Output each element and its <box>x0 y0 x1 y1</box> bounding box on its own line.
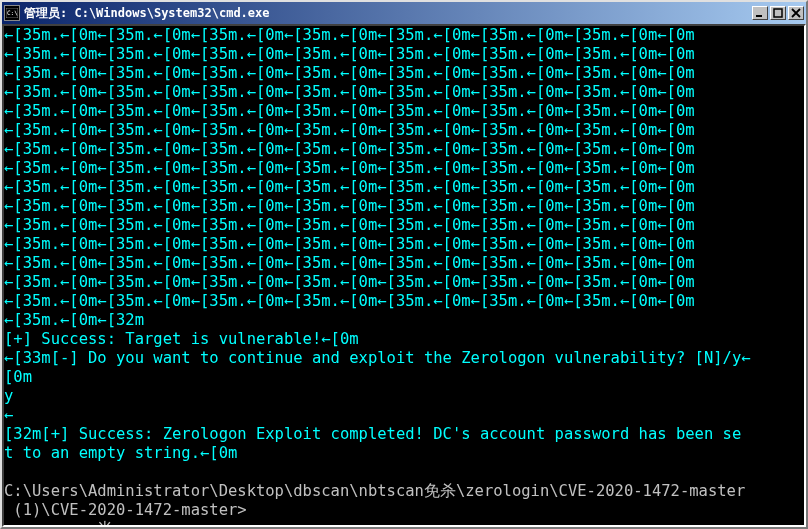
console-line: y <box>4 387 751 406</box>
console-line: ←[35m.←[0m←[35m.←[0m←[35m.←[0m←[35m.←[0m… <box>4 64 751 83</box>
console-line: ←[33m[-] Do you want to continue and exp… <box>4 349 751 368</box>
close-button[interactable] <box>788 6 804 20</box>
svg-text:C:\: C:\ <box>7 9 18 16</box>
console-line: [0m <box>4 368 751 387</box>
svg-rect-3 <box>774 9 782 17</box>
console-line: ←[35m.←[0m←[35m.←[0m←[35m.←[0m←[35m.←[0m… <box>4 273 751 292</box>
svg-rect-2 <box>756 15 762 17</box>
console-line: [+] Success: Target is vulnerable!←[0m <box>4 330 751 349</box>
cmd-icon: C:\ <box>4 5 20 21</box>
console-line: ←[35m.←[0m←[35m.←[0m←[35m.←[0m←[35m.←[0m… <box>4 197 751 216</box>
console-line: ← <box>4 406 751 425</box>
cmd-window: C:\ 管理员: C:\Windows\System32\cmd.exe ←[3… <box>0 0 808 529</box>
console-line: ←[35m.←[0m←[35m.←[0m←[35m.←[0m←[35m.←[0m… <box>4 83 751 102</box>
console-line: ←[35m.←[0m←[35m.←[0m←[35m.←[0m←[35m.←[0m… <box>4 102 751 121</box>
console-line <box>4 463 751 482</box>
console-output: ←[35m.←[0m←[35m.←[0m←[35m.←[0m←[35m.←[0m… <box>4 26 751 527</box>
window-controls <box>752 6 804 20</box>
console-area[interactable]: ←[35m.←[0m←[35m.←[0m←[35m.←[0m←[35m.←[0m… <box>2 24 806 527</box>
console-line: ←[35m.←[0m←[35m.←[0m←[35m.←[0m←[35m.←[0m… <box>4 121 751 140</box>
console-line: (1)\CVE-2020-1472-master> <box>4 501 751 520</box>
console-line: ←[35m.←[0m←[35m.←[0m←[35m.←[0m←[35m.←[0m… <box>4 159 751 178</box>
console-line: [32m[+] Success: Zerologon Exploit compl… <box>4 425 751 444</box>
console-line: ←[35m.←[0m←[35m.←[0m←[35m.←[0m←[35m.←[0m… <box>4 26 751 45</box>
console-line: ←[35m.←[0m←[35m.←[0m←[35m.←[0m←[35m.←[0m… <box>4 178 751 197</box>
titlebar[interactable]: C:\ 管理员: C:\Windows\System32\cmd.exe <box>2 2 806 24</box>
console-line: ←[35m.←[0m←[35m.←[0m←[35m.←[0m←[35m.←[0m… <box>4 45 751 64</box>
console-line: t to an empty string.←[0m <box>4 444 751 463</box>
console-line: ←[35m.←[0m←[35m.←[0m←[35m.←[0m←[35m.←[0m… <box>4 235 751 254</box>
console-line: C:\Users\Administrator\Desktop\dbscan\nb… <box>4 482 751 501</box>
console-line: ←[35m.←[0m←[35m.←[0m←[35m.←[0m←[35m.←[0m… <box>4 292 751 311</box>
minimize-button[interactable] <box>752 6 768 20</box>
console-line: ←[35m.←[0m←[35m.←[0m←[35m.←[0m←[35m.←[0m… <box>4 216 751 235</box>
console-line: ←[35m.←[0m←[35m.←[0m←[35m.←[0m←[35m.←[0m… <box>4 254 751 273</box>
console-line: ←[35m.←[0m←[32m <box>4 311 751 330</box>
maximize-button[interactable] <box>770 6 786 20</box>
console-line: ←[35m.←[0m←[35m.←[0m←[35m.←[0m←[35m.←[0m… <box>4 140 751 159</box>
window-title: 管理员: C:\Windows\System32\cmd.exe <box>24 5 752 22</box>
console-line: 半: <box>4 520 751 527</box>
